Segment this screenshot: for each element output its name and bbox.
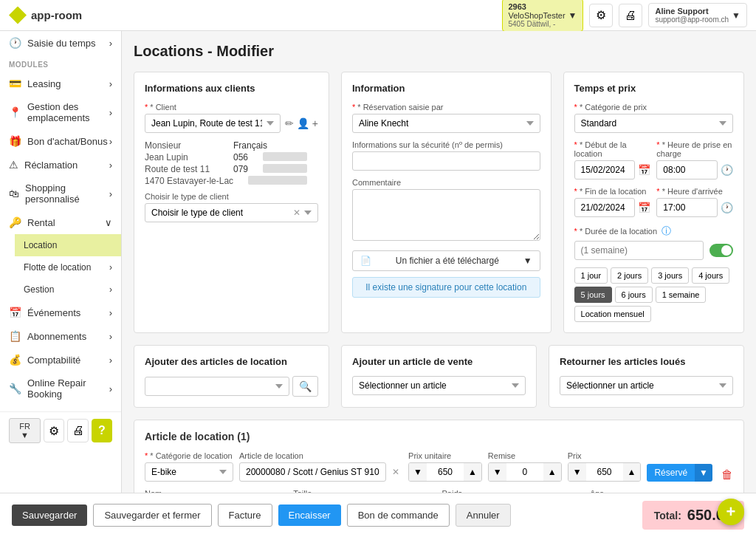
- status-button[interactable]: Réservé: [647, 464, 695, 482]
- sidebar-item-emplacements[interactable]: 📍 Gestion des emplacements ›: [0, 95, 121, 129]
- sidebar-item-abonnements[interactable]: 📋 Abonnements ›: [0, 324, 121, 348]
- leasing-arrow-icon: ›: [109, 78, 112, 89]
- debut-calendar-icon[interactable]: 📅: [638, 164, 650, 176]
- article-item-label: Article de location: [239, 451, 402, 460]
- sidebar-item-bonus[interactable]: 🎁 Bon d'achat/Bonus ›: [0, 129, 121, 153]
- duree-info-icon[interactable]: ⓘ: [662, 225, 671, 238]
- bonus-icon: 🎁: [9, 135, 21, 147]
- add-article-search-button[interactable]: 🔍: [292, 376, 318, 397]
- reservation-row: * * Réservation saisie par Aline Knecht: [352, 103, 540, 133]
- status-chevron-button[interactable]: ▼: [695, 464, 712, 482]
- reclamation-label: Réclamation: [24, 160, 78, 171]
- sidebar-item-flotte[interactable]: Flotte de location ›: [15, 256, 121, 278]
- sidebar-item-gestion[interactable]: Gestion ›: [15, 278, 121, 301]
- add-client-icon[interactable]: +: [312, 117, 318, 129]
- facture-button[interactable]: Facture: [218, 504, 272, 527]
- heure-prise-input[interactable]: [656, 160, 718, 179]
- remise-stepper: ▼ ▲: [488, 462, 562, 482]
- securite-label: Informations sur la sécurité (nº de perm…: [352, 140, 540, 149]
- article-section: Article de location (1) * * Catégorie de…: [134, 420, 744, 493]
- add-article-select[interactable]: [145, 377, 289, 396]
- client-select[interactable]: Jean Lupin, Route de test 11, 1470 Estav…: [145, 114, 281, 133]
- duree-input[interactable]: [574, 241, 704, 260]
- client-type-row: Choisir le type de client Choisir le typ…: [145, 192, 318, 222]
- prix-input[interactable]: [427, 463, 464, 481]
- view-client-icon[interactable]: 👤: [297, 117, 309, 129]
- article-item-clear-icon[interactable]: ✕: [392, 467, 399, 477]
- duree-toggle[interactable]: [709, 244, 733, 257]
- remise-down-button[interactable]: ▼: [489, 463, 506, 481]
- fab-button[interactable]: +: [718, 499, 744, 525]
- sidebar-item-location[interactable]: Location: [15, 234, 121, 256]
- help-button[interactable]: ?: [92, 419, 112, 442]
- total-down-button[interactable]: ▼: [568, 463, 586, 481]
- article-categorie-select[interactable]: E-bike: [145, 462, 233, 482]
- save-button[interactable]: Sauvegarder: [12, 504, 87, 526]
- add-article-card: Ajouter des articles de location 🔍: [134, 345, 329, 408]
- rental-icon: 🔑: [9, 216, 21, 228]
- settings-button[interactable]: ⚙: [589, 4, 613, 27]
- remise-input[interactable]: [506, 463, 543, 481]
- client-type-clear-icon[interactable]: ✕: [293, 208, 300, 218]
- fin-calendar-icon[interactable]: 📅: [638, 202, 650, 213]
- heure-arrivee-clock-icon[interactable]: 🕐: [721, 202, 733, 213]
- add-sale-card: Ajouter un article de vente Sélectionner…: [341, 345, 537, 408]
- return-article-select[interactable]: Sélectionner un article: [560, 376, 733, 395]
- sidebar-item-repair[interactable]: 🔧 Online Repair Booking ›: [0, 372, 121, 406]
- fin-row: * * Fin de la location 📅 * * Heure d'arr…: [574, 187, 733, 217]
- heure-prise-clock-icon[interactable]: 🕐: [721, 164, 733, 176]
- duration-2-jours[interactable]: 2 jours: [611, 267, 648, 284]
- sidebar-item-shopping[interactable]: 🛍 Shopping personnalisé ›: [0, 177, 121, 211]
- save-close-button[interactable]: Sauvegarder et fermer: [93, 504, 211, 527]
- heure-arrivee-input[interactable]: [656, 198, 718, 217]
- heure-prise-row: * * Heure de prise en charge 🕐: [656, 140, 733, 179]
- edit-client-icon[interactable]: ✏: [285, 117, 294, 129]
- fin-date-input[interactable]: [574, 198, 636, 217]
- sidebar-item-comptabilite[interactable]: 💰 Comptabilité ›: [0, 348, 121, 372]
- article-item-input[interactable]: [239, 462, 386, 482]
- debut-date-input[interactable]: [574, 160, 636, 179]
- sidebar-item-time[interactable]: 🕐 Saisie du temps ›: [0, 31, 121, 55]
- duration-mensuel[interactable]: Location mensuel: [574, 306, 651, 322]
- securite-input[interactable]: [352, 151, 540, 171]
- shop-selector[interactable]: 2963 VeloShopTester 5405 Dättwil, - ▼: [502, 0, 584, 32]
- sidebar-item-evenements[interactable]: 📅 Événements ›: [0, 301, 121, 324]
- prix-down-button[interactable]: ▼: [409, 463, 427, 481]
- reservation-select[interactable]: Aline Knecht: [352, 114, 540, 133]
- duration-5-jours[interactable]: 5 jours: [574, 287, 612, 303]
- bon-commande-button[interactable]: Bon de commande: [347, 504, 450, 527]
- encaisser-button[interactable]: Encaisser: [278, 504, 341, 526]
- file-upload-box[interactable]: 📄 Un fichier a été téléchargé ▼: [352, 250, 540, 271]
- duration-4-jours[interactable]: 4 jours: [692, 267, 729, 284]
- duration-3-jours[interactable]: 3 jours: [651, 267, 689, 284]
- client-form-row: * * Client Jean Lupin, Route de test 11,…: [145, 103, 318, 133]
- sidebar-item-leasing[interactable]: 💳 Leasing ›: [0, 72, 121, 95]
- total-stepper: ▼ ▲: [568, 462, 642, 482]
- heure-prise-label: * * Heure de prise en charge: [656, 140, 733, 158]
- main-content: Locations - Modifier Informations aux cl…: [122, 31, 756, 493]
- commentaire-textarea[interactable]: [352, 189, 540, 241]
- clock-icon: 🕐: [9, 37, 21, 49]
- total-input[interactable]: [586, 463, 623, 481]
- total-up-button[interactable]: ▲: [623, 463, 641, 481]
- sidebar-item-reclamation[interactable]: ⚠ Réclamation ›: [0, 153, 121, 177]
- prix-up-button[interactable]: ▲: [464, 463, 481, 481]
- client-type-select[interactable]: Choisir le type de client: [145, 203, 318, 222]
- article-delete-button[interactable]: 🗑: [721, 468, 733, 482]
- client-label: * * Client: [145, 103, 318, 112]
- print-button[interactable]: 🖨: [619, 4, 642, 27]
- duration-1-semaine[interactable]: 1 semaine: [656, 287, 707, 303]
- sidebar-time-label: Saisie du temps: [27, 38, 96, 49]
- user-menu[interactable]: Aline Support support@app-room.ch ▼: [648, 3, 747, 27]
- sidebar-settings-button[interactable]: ⚙: [44, 419, 64, 442]
- remise-up-button[interactable]: ▲: [543, 463, 561, 481]
- duration-6-jours[interactable]: 6 jours: [615, 287, 653, 303]
- sidebar-item-rental[interactable]: 🔑 Rental ∨: [0, 211, 121, 234]
- duration-1-jour[interactable]: 1 jour: [574, 267, 608, 284]
- temps-card-title: Temps et prix: [574, 83, 733, 94]
- add-sale-select[interactable]: Sélectionner un article: [352, 376, 526, 395]
- annuler-button[interactable]: Annuler: [456, 504, 511, 527]
- sidebar-print-button[interactable]: 🖨: [67, 419, 88, 442]
- categorie-prix-select[interactable]: Standard: [574, 114, 733, 133]
- language-button[interactable]: FR ▼: [9, 418, 41, 443]
